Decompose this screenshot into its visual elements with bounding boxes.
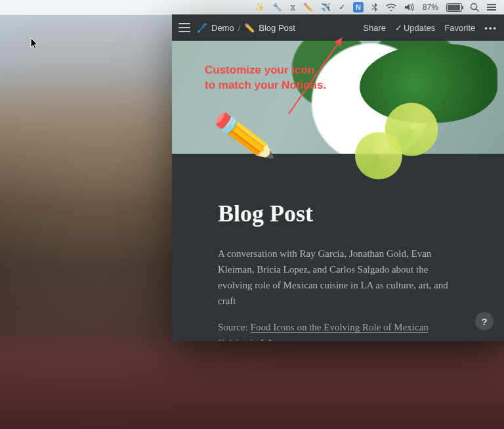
breadcrumb[interactable]: 🖊️ Demo / ✏️ Blog Post bbox=[197, 23, 295, 33]
svg-point-0 bbox=[471, 4, 477, 10]
pencil-icon[interactable]: ✏️ bbox=[303, 0, 313, 14]
breadcrumb-page[interactable]: Blog Post bbox=[259, 23, 295, 33]
spotlight-search-icon[interactable] bbox=[470, 0, 479, 14]
n-app-icon[interactable]: N bbox=[353, 2, 364, 12]
more-menu-icon[interactable]: ••• bbox=[484, 23, 497, 33]
breadcrumb-workspace[interactable]: Demo bbox=[211, 23, 234, 33]
wrench-icon[interactable]: 🔧 bbox=[272, 0, 282, 14]
bluetooth-icon[interactable] bbox=[371, 0, 378, 14]
battery-icon[interactable] bbox=[446, 0, 462, 14]
favorite-button[interactable]: Favorite bbox=[444, 23, 475, 33]
updates-button[interactable]: ✓Updates bbox=[395, 23, 435, 33]
help-button[interactable]: ? bbox=[475, 312, 494, 330]
control-center-icon[interactable] bbox=[487, 0, 496, 14]
share-button[interactable]: Share bbox=[363, 23, 386, 33]
bowtie-icon[interactable]: ⧖ bbox=[290, 0, 295, 14]
annotation-text: Customize your icon to match your Notion… bbox=[205, 63, 326, 93]
page-icon[interactable]: ✏️ bbox=[211, 110, 268, 166]
wifi-icon[interactable] bbox=[386, 0, 396, 14]
page-content: Blog Post A conversation with Ray Garcia… bbox=[172, 154, 504, 341]
breadcrumb-workspace-icon: 🖊️ bbox=[197, 23, 207, 33]
airplane-icon[interactable]: ✈️ bbox=[321, 0, 331, 14]
breadcrumb-separator: / bbox=[238, 23, 241, 33]
macos-menubar: ✨ 🔧 ⧖ ✏️ ✈️ ✓ N 87% bbox=[0, 0, 504, 15]
sidebar-toggle-icon[interactable] bbox=[178, 23, 190, 32]
page-title[interactable]: Blog Post bbox=[218, 200, 458, 227]
battery-percent: 87% bbox=[423, 0, 438, 14]
notion-window: 🖊️ Demo / ✏️ Blog Post Share ✓Updates Fa… bbox=[172, 14, 504, 341]
wand-icon[interactable]: ✨ bbox=[255, 0, 264, 14]
volume-icon[interactable] bbox=[404, 0, 415, 14]
source-label: Source: bbox=[218, 322, 251, 332]
check-icon[interactable]: ✓ bbox=[339, 0, 345, 14]
intro-paragraph[interactable]: A conversation with Ray Garcia, Jonathan… bbox=[218, 246, 458, 309]
breadcrumb-page-icon: ✏️ bbox=[244, 23, 255, 33]
source-line: Source: Food Icons on the Evolving Role … bbox=[218, 319, 458, 341]
svg-line-1 bbox=[476, 9, 478, 11]
